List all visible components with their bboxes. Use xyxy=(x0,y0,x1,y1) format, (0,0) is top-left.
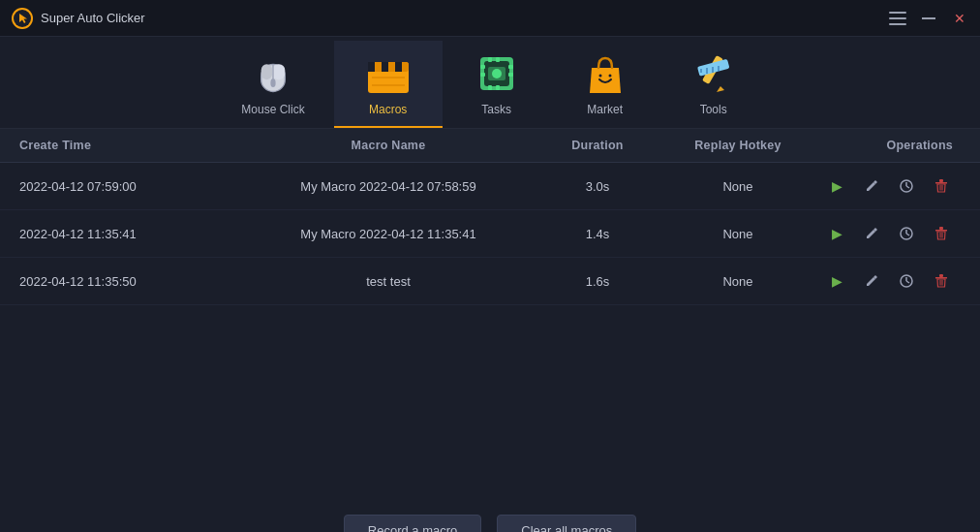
cell-macro-name-2: test test xyxy=(232,274,544,289)
app-title: Super Auto Clicker xyxy=(41,11,145,25)
schedule-button-0[interactable] xyxy=(895,174,918,198)
svg-rect-4 xyxy=(922,17,935,19)
menu-button[interactable] xyxy=(889,10,906,27)
svg-rect-2 xyxy=(889,17,906,19)
footer-buttons: Record a macro Clear all macros xyxy=(0,499,980,532)
svg-rect-13 xyxy=(382,62,388,72)
tab-tasks[interactable]: Tasks xyxy=(443,41,551,128)
cell-create-time-1: 2022-04-12 11:35:41 xyxy=(19,227,232,241)
market-icon xyxy=(580,48,630,99)
col-operations: Operations xyxy=(825,139,961,152)
svg-line-49 xyxy=(906,234,909,235)
cell-ops-1: ▶ xyxy=(825,222,961,245)
table-header: Create Time Macro Name Duration Replay H… xyxy=(0,129,980,163)
svg-rect-19 xyxy=(488,57,492,62)
cell-hotkey-0: None xyxy=(651,179,825,194)
cell-ops-0: ▶ xyxy=(825,174,961,198)
col-replay-hotkey: Replay Hotkey xyxy=(651,139,825,152)
table-row: 2022-04-12 11:35:41 My Macro 2022-04-12 … xyxy=(0,210,980,258)
tab-market[interactable]: Market xyxy=(551,41,659,128)
tab-macros-label: Macros xyxy=(369,103,407,116)
schedule-button-1[interactable] xyxy=(895,222,918,245)
tab-market-label: Market xyxy=(587,103,623,116)
svg-rect-3 xyxy=(889,23,906,25)
table-row: 2022-04-12 07:59:00 My Macro 2022-04-12 … xyxy=(0,163,980,210)
svg-rect-27 xyxy=(508,73,513,77)
delete-button-2[interactable] xyxy=(930,269,953,293)
close-button[interactable]: ✕ xyxy=(951,10,968,27)
svg-point-32 xyxy=(608,75,611,78)
cell-duration-2: 1.6s xyxy=(544,274,651,289)
svg-rect-57 xyxy=(935,277,947,279)
empty-area xyxy=(0,305,980,499)
svg-rect-25 xyxy=(480,73,485,77)
svg-rect-44 xyxy=(939,179,943,182)
svg-rect-43 xyxy=(935,182,947,184)
play-button-2[interactable]: ▶ xyxy=(825,269,848,293)
col-duration: Duration xyxy=(544,139,651,152)
svg-rect-1 xyxy=(889,12,906,14)
svg-rect-20 xyxy=(496,57,500,62)
svg-rect-6 xyxy=(261,64,272,79)
table-row: 2022-04-12 11:35:50 test test 1.6s None … xyxy=(0,258,980,305)
tab-mouse-click[interactable]: Mouse Click xyxy=(212,41,333,128)
cell-duration-1: 1.4s xyxy=(544,227,651,241)
delete-button-0[interactable] xyxy=(930,174,953,198)
tab-tools-label: Tools xyxy=(700,103,727,116)
cell-create-time-2: 2022-04-12 11:35:50 xyxy=(19,274,232,289)
minimize-button[interactable] xyxy=(920,10,937,27)
cell-macro-name-1: My Macro 2022-04-12 11:35:41 xyxy=(232,227,544,241)
cell-create-time-0: 2022-04-12 07:59:00 xyxy=(19,179,232,194)
svg-rect-26 xyxy=(508,65,513,69)
col-create-time: Create Time xyxy=(19,139,232,152)
macros-icon xyxy=(363,48,413,99)
svg-point-9 xyxy=(270,78,275,87)
titlebar-left: Super Auto Clicker xyxy=(12,8,145,29)
cell-duration-0: 3.0s xyxy=(544,179,651,194)
tab-tasks-label: Tasks xyxy=(481,103,511,116)
delete-button-1[interactable] xyxy=(930,222,953,245)
tools-icon xyxy=(689,48,739,99)
nav-tabs: Mouse Click Macros xyxy=(0,37,980,129)
svg-rect-14 xyxy=(395,62,402,72)
play-button-1[interactable]: ▶ xyxy=(825,222,848,245)
svg-rect-12 xyxy=(368,62,375,72)
svg-rect-7 xyxy=(272,64,285,79)
svg-marker-34 xyxy=(717,86,724,92)
svg-rect-24 xyxy=(480,65,485,69)
cell-ops-2: ▶ xyxy=(825,269,961,293)
schedule-button-2[interactable] xyxy=(895,269,918,293)
cell-hotkey-2: None xyxy=(651,274,825,289)
svg-line-56 xyxy=(906,281,909,283)
tab-tools[interactable]: Tools xyxy=(659,41,768,128)
svg-rect-23 xyxy=(496,85,500,90)
svg-rect-50 xyxy=(935,230,947,232)
svg-rect-51 xyxy=(939,227,943,230)
edit-button-0[interactable] xyxy=(860,174,883,198)
col-macro-name: Macro Name xyxy=(232,139,544,152)
play-button-0[interactable]: ▶ xyxy=(825,174,848,198)
titlebar: Super Auto Clicker ✕ xyxy=(0,0,980,37)
svg-point-31 xyxy=(598,75,601,78)
tab-mouse-click-label: Mouse Click xyxy=(241,103,304,116)
svg-rect-30 xyxy=(592,68,619,93)
cell-hotkey-1: None xyxy=(651,227,825,241)
clear-macros-button[interactable]: Clear all macros xyxy=(497,515,636,532)
record-macro-button[interactable]: Record a macro xyxy=(344,515,481,532)
titlebar-controls: ✕ xyxy=(889,10,968,27)
tasks-icon xyxy=(472,48,522,99)
cell-macro-name-0: My Macro 2022-04-12 07:58:59 xyxy=(232,179,544,194)
macros-table: Create Time Macro Name Duration Replay H… xyxy=(0,129,980,305)
svg-rect-58 xyxy=(939,274,943,277)
svg-point-29 xyxy=(492,69,502,78)
mouse-click-icon xyxy=(248,48,298,99)
edit-button-2[interactable] xyxy=(860,269,883,293)
svg-line-42 xyxy=(906,186,909,188)
tab-macros[interactable]: Macros xyxy=(334,41,443,128)
app-logo xyxy=(12,8,33,29)
svg-rect-22 xyxy=(488,85,492,90)
edit-button-1[interactable] xyxy=(860,222,883,245)
